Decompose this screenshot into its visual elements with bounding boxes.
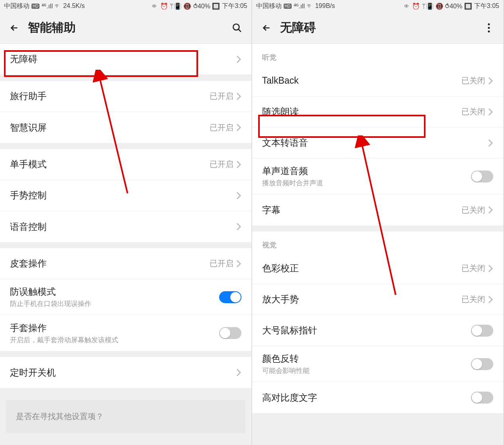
row-label: 皮套操作: [10, 257, 210, 270]
row-value: 已关闭: [461, 75, 485, 86]
row-value: 已开启: [210, 122, 233, 133]
svg-point-4: [488, 30, 490, 32]
row-label: 颜色反转: [262, 353, 471, 365]
row-label: 防误触模式: [10, 286, 219, 298]
row-mono-audio[interactable]: 单声道音频 播放音频时合并声道: [252, 159, 504, 194]
speed-label: 24.5K/s: [63, 2, 84, 10]
chevron-right-icon: [488, 139, 493, 147]
chevron-right-icon: [236, 191, 241, 200]
back-button[interactable]: [9, 22, 20, 33]
row-value: 已关闭: [461, 263, 485, 274]
row-label: 大号鼠标指针: [262, 324, 471, 337]
row-accessibility[interactable]: 无障碍: [0, 44, 251, 75]
more-icon[interactable]: [483, 22, 494, 33]
row-label: 智慧识屏: [10, 122, 210, 134]
svg-point-0: [233, 24, 239, 30]
section-vision: 视觉: [252, 231, 504, 253]
back-button[interactable]: [261, 22, 272, 33]
toggle-pointer[interactable]: [471, 325, 493, 337]
chevron-right-icon: [488, 108, 493, 116]
page-title: 智能辅助: [28, 20, 224, 36]
row-value: 已关闭: [461, 106, 485, 117]
hd-badge: HD: [31, 4, 39, 9]
row-high-contrast[interactable]: 高对比度文字: [252, 382, 504, 413]
phone-left: 中国移动 HD ⁴⁶.ıll ᯤ 24.5K/s ᯣ ⏰ ᛘ📳 📵 ⥀40% 🔲…: [0, 0, 252, 445]
row-label: 色彩校正: [262, 262, 462, 274]
row-color-correction[interactable]: 色彩校正 已关闭: [252, 253, 504, 284]
row-value: 已关闭: [461, 205, 485, 216]
row-label: 高对比度文字: [262, 392, 471, 404]
row-glove[interactable]: 手套操作 开启后，戴手套滑动屏幕触发该模式: [0, 315, 251, 351]
toggle-mono[interactable]: [471, 171, 493, 182]
row-voice[interactable]: 语音控制: [0, 211, 251, 242]
row-label: 手势控制: [10, 189, 236, 202]
chevron-right-icon: [236, 92, 241, 101]
search-icon[interactable]: [231, 22, 243, 33]
wifi-icon: ᯤ: [307, 2, 313, 10]
chevron-right-icon: [236, 368, 241, 377]
chevron-right-icon: [236, 222, 241, 231]
row-select-to-speak[interactable]: 随选朗读 已关闭: [252, 96, 504, 127]
row-gesture[interactable]: 手势控制: [0, 180, 251, 211]
row-label: 随选朗读: [262, 106, 462, 118]
row-label: 旅行助手: [10, 90, 210, 102]
row-label: 单声道音频: [262, 165, 471, 177]
hd-badge: HD: [284, 4, 292, 9]
section-hearing: 听觉: [252, 44, 504, 65]
toggle-highcontrast[interactable]: [471, 392, 493, 404]
row-tts[interactable]: 文本转语音: [252, 127, 504, 159]
page-title: 无障碍: [280, 20, 476, 36]
status-icons: ᯣ ⏰ ᛘ📳 📵 ⥀40% 🔲: [404, 2, 472, 10]
time-label: 下午3:05: [474, 2, 499, 10]
wifi-icon: ᯤ: [55, 2, 61, 10]
chevron-right-icon: [236, 160, 241, 169]
signal-icon: ⁴⁶.ıll: [41, 2, 53, 10]
row-label: TalkBack: [262, 75, 462, 86]
status-bar: 中国移动 HD ⁴⁶.ıll ᯤ 24.5K/s ᯣ ⏰ ᛘ📳 📵 ⥀40% 🔲…: [0, 0, 251, 12]
row-label: 定时开关机: [10, 367, 236, 379]
row-label: 单手模式: [10, 158, 210, 171]
row-label: 无障碍: [10, 53, 236, 65]
row-sublabel: 防止手机在口袋出现误操作: [10, 299, 219, 308]
carrier-label: 中国移动: [256, 2, 282, 10]
carrier-label: 中国移动: [4, 2, 29, 10]
toggle-glove[interactable]: [219, 327, 241, 339]
row-label: 语音控制: [10, 221, 236, 233]
row-label: 字幕: [262, 204, 462, 216]
row-label: 手套操作: [10, 322, 219, 334]
row-cover[interactable]: 皮套操作 已开启: [0, 248, 251, 279]
row-travel[interactable]: 旅行助手 已开启: [0, 81, 251, 112]
toggle-mistouch[interactable]: [219, 291, 241, 303]
row-magnify[interactable]: 放大手势 已关闭: [252, 284, 504, 315]
row-talkback[interactable]: TalkBack 已关闭: [252, 65, 504, 96]
row-color-inversion[interactable]: 颜色反转 可能会影响性能: [252, 346, 504, 382]
row-label: 文本转语音: [262, 137, 488, 149]
row-value: 已关闭: [461, 294, 485, 305]
row-large-pointer[interactable]: 大号鼠标指针: [252, 315, 504, 346]
row-caption[interactable]: 字幕 已关闭: [252, 194, 504, 225]
row-scheduled-power[interactable]: 定时开关机: [0, 357, 251, 388]
chevron-right-icon: [236, 55, 241, 64]
chevron-right-icon: [488, 295, 493, 304]
row-value: 已开启: [210, 159, 233, 170]
status-bar: 中国移动 HD ⁴⁶.ıll ᯤ 199B/s ᯣ ⏰ ᛘ📳 📵 ⥀40% 🔲 …: [252, 0, 504, 12]
footer-search-hint: 是否在寻找其他设置项？: [6, 400, 245, 433]
row-value: 已开启: [210, 91, 233, 102]
speed-label: 199B/s: [315, 2, 335, 10]
time-label: 下午3:05: [222, 2, 247, 10]
row-mistouch[interactable]: 防误触模式 防止手机在口袋出现误操作: [0, 279, 251, 315]
chevron-right-icon: [488, 264, 493, 273]
svg-point-2: [488, 23, 490, 25]
header: 智能辅助: [0, 12, 251, 44]
row-onehand[interactable]: 单手模式 已开启: [0, 149, 251, 180]
svg-point-3: [488, 27, 490, 29]
row-sublabel: 可能会影响性能: [262, 366, 471, 375]
chevron-right-icon: [236, 123, 241, 132]
chevron-right-icon: [236, 259, 241, 268]
header: 无障碍: [252, 12, 504, 44]
chevron-right-icon: [488, 76, 493, 85]
phone-right: 中国移动 HD ⁴⁶.ıll ᯤ 199B/s ᯣ ⏰ ᛘ📳 📵 ⥀40% 🔲 …: [252, 0, 504, 445]
toggle-inversion[interactable]: [471, 358, 493, 370]
row-value: 已开启: [210, 258, 233, 269]
row-smart-screen[interactable]: 智慧识屏 已开启: [0, 112, 251, 143]
